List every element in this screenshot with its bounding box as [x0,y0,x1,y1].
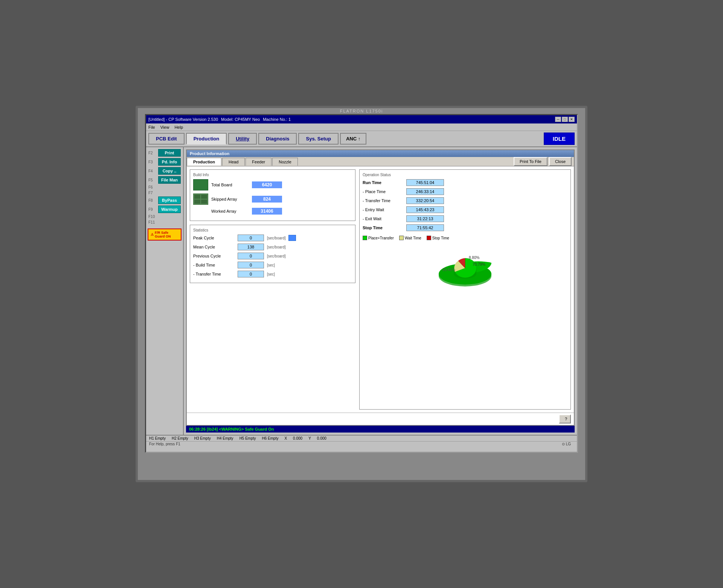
pie-label-8: 8.80% [469,256,479,260]
sidebar-item-f6: F6 [148,185,182,190]
op-transfer-time-label: - Transfer Time [363,198,404,203]
close-panel-button[interactable]: Close [549,157,572,166]
sidebar-key-f3: F3 [148,160,157,164]
print-button[interactable]: Print [158,149,181,157]
h3-status: H3 Empty [194,436,211,440]
legend-color-stop [427,236,431,240]
op-run-time-label: Run Time [363,180,404,185]
pd-info-button[interactable]: Pd. Info [158,158,181,166]
copy-button[interactable]: Copy .. [158,167,181,175]
title-bar-text: [Untitled] - CP Software Version 2.530 [148,117,218,122]
legend-label-wait: Wait Time [405,236,421,240]
sub-tab-feeder[interactable]: Feeder [246,158,272,166]
legend-label-stop: Stop Time [432,236,449,240]
peak-cycle-icon[interactable] [288,235,296,241]
h6-status: H6 Empty [262,436,279,440]
sidebar-key-f2: F2 [148,151,157,155]
op-transfer-time-value: 332:20:54 [406,197,444,204]
stat-transfer-time-value: 0 [238,271,264,277]
anc-button[interactable]: ANC ↑ [340,133,366,145]
stat-transfer-time-label: - Transfer Time [193,272,235,276]
sidebar-item-bypass[interactable]: F8 ByPass [148,196,182,204]
sub-tab-production[interactable]: Production [187,158,221,166]
total-board-value: 6420 [252,181,282,188]
status-bar: 06:28:26 [lb24] <WARNING> Safe Guard On [186,426,575,433]
sidebar-key-f8: F8 [148,198,157,203]
tab-sys-setup[interactable]: Sys. Setup [298,133,338,145]
tab-pcb-edit[interactable]: PCB Edit [148,133,185,145]
sidebar-key-f6: F6 [148,185,157,189]
op-place-time-label: - Place Time [363,189,404,194]
help-button[interactable]: ? [559,414,571,423]
safety-guard-warning: ⚠ F/R Safe Guard ON [148,228,182,241]
sidebar-item-file-man[interactable]: F5 File Man [148,176,182,184]
legend-color-wait [399,236,404,240]
warmup-button[interactable]: Warmup [158,206,181,213]
bottom-bar: H1 Empty H2 Empty H3 Empty H4 Empty H5 E… [146,435,577,441]
menu-file[interactable]: File [148,125,155,129]
op-stop-time-value: 71:55:42 [406,224,444,231]
operation-status-label: Operation Status [363,173,567,177]
tab-utility[interactable]: Utility [228,133,257,145]
stat-mean-cycle-unit: [sec/board] [267,245,285,249]
h5-status: H5 Empty [239,436,256,440]
op-exit-wait-label: - Exit Wait [363,216,404,221]
sidebar-item-print[interactable]: F2 Print [148,149,182,157]
title-machine: Machine No.: 1 [263,117,291,122]
worked-array-value: 31406 [252,208,282,215]
sub-tab-nozzle[interactable]: Nozzle [272,158,298,166]
stat-mean-cycle-label: Mean Cycle [193,245,235,249]
op-entry-wait-label: - Entry Wait [363,207,404,212]
help-bar: For Help, press F1 ⊙ LG [146,441,577,446]
stat-transfer-time-unit: [sec] [267,272,275,276]
print-to-file-button[interactable]: Print To File [514,157,548,166]
help-bar-text: For Help, press F1 [149,442,180,446]
menu-view[interactable]: View [160,125,169,129]
bypass-button[interactable]: ByPass [158,197,181,204]
op-place-time-value: 246:33:14 [406,188,444,195]
y-label: Y [308,436,311,440]
pie-legend: Place+Transfer Wait Time Stop Time [363,236,567,240]
stat-build-time-label: - Build Time [193,263,235,267]
menu-help[interactable]: Help [174,125,183,129]
warning-icon: ⚠ [151,233,154,236]
pie-label-70: 70.79% [473,262,485,267]
op-run-time-value: 745:51:04 [406,179,444,186]
minimize-button[interactable]: ─ [555,117,561,122]
close-button[interactable]: ✕ [569,117,575,122]
tab-production[interactable]: Production [186,133,227,145]
legend-label-place: Place+Transfer [368,236,394,240]
product-info-header: Product Information [190,151,229,156]
stat-build-time-value: 0 [238,262,264,268]
idle-button[interactable]: IDLE [544,133,575,145]
monitor-top-label: FLATRON L1750i [340,108,383,114]
warning-line1: F/R Safe [155,231,171,235]
lg-logo: ⊙ LG [562,442,571,446]
sidebar-key-f7: F7 [148,191,157,195]
sidebar-item-pd-info[interactable]: F3 Pd. Info [148,158,182,166]
x-label: X [284,436,287,440]
stat-peak-cycle-unit: [sec/board] [267,236,285,240]
pie-chart: 70.79% 20.41% 8.80% [363,244,567,297]
pie-label-20: 20.41% [442,268,455,272]
stat-prev-cycle-value: 0 [238,253,264,259]
x-value: 0.000 [293,436,302,440]
sidebar-key-f5: F5 [148,178,157,182]
y-value: 0.000 [317,436,326,440]
stat-peak-cycle-label: Peak Cycle [193,236,235,240]
board-icon-total [193,179,208,190]
total-board-label: Total Board [211,183,249,187]
warning-line2: Guard ON [155,235,171,238]
tab-diagnosis[interactable]: Diagnosis [258,133,297,145]
maximize-button[interactable]: □ [562,117,568,122]
h2-status: H2 Empty [172,436,188,440]
stat-prev-cycle-label: Previous Cycle [193,254,235,258]
stat-prev-cycle-unit: [sec/board] [267,254,285,258]
sidebar-item-warmup[interactable]: F9 Warmup [148,205,182,213]
sub-tab-head[interactable]: Head [222,158,245,166]
file-man-button[interactable]: File Man [158,176,181,184]
sidebar-key-f9: F9 [148,207,157,212]
sidebar-item-copy[interactable]: F4 Copy .. [148,167,182,175]
sidebar-key-f11: F11 [148,220,157,224]
sidebar-item-f7: F7 [148,190,182,195]
